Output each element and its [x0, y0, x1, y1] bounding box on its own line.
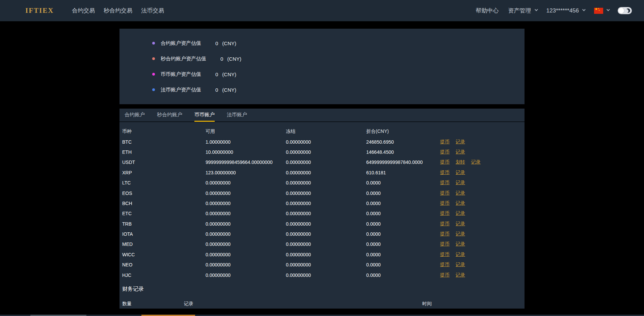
cell-available: 0.00000000: [206, 211, 286, 216]
cell-frozen: 0.00000000: [286, 211, 366, 216]
withdraw-link[interactable]: 提币: [440, 221, 450, 227]
footer-segment-gray: [30, 315, 86, 316]
logo-coin-icon: [15, 6, 24, 15]
theme-toggle[interactable]: [618, 7, 632, 14]
tab-2-active[interactable]: 币币账户: [194, 108, 215, 122]
record-link[interactable]: 记录: [456, 170, 465, 176]
transfer-link[interactable]: 划转: [456, 159, 465, 165]
withdraw-link[interactable]: 提币: [440, 210, 450, 217]
cell-frozen: 0.00000000: [286, 139, 366, 145]
summary-item: 币币账户资产估值 0 (CNY): [152, 66, 525, 82]
chevron-down-icon: [607, 8, 610, 11]
withdraw-link[interactable]: 提币: [440, 252, 450, 258]
nav-fiat-trade[interactable]: 法币交易: [141, 7, 164, 15]
assets-management-menu[interactable]: 资产管理: [508, 7, 537, 15]
record-link[interactable]: 记录: [456, 180, 465, 186]
cell-available: 0.00000000: [206, 180, 286, 185]
cell-frozen: 0.00000000: [286, 241, 366, 247]
record-link[interactable]: 记录: [456, 149, 465, 155]
cell-converted: 0.0000: [366, 262, 440, 267]
cell-actions: 提币记录: [440, 252, 525, 258]
record-link[interactable]: 记录: [456, 210, 465, 217]
cell-available: 99999999998459664.00000000: [206, 160, 286, 165]
col-time: 时间: [422, 301, 525, 307]
record-link[interactable]: 记录: [456, 241, 465, 247]
wallet-table-row: ETH 10.00000000 0.00000000 146648.4500 提…: [119, 147, 525, 157]
cell-coin: XRP: [122, 170, 206, 175]
wallet-table-row: TRB 0.00000000 0.00000000 0.0000 提币记录: [119, 219, 525, 229]
legend-dot-icon: [152, 42, 155, 45]
record-link[interactable]: 记录: [456, 262, 465, 268]
cell-available: 10.00000000: [206, 149, 286, 155]
cell-coin: WICC: [122, 252, 206, 257]
records-table-header: 数量 记录 时间: [119, 299, 525, 309]
cell-converted: 0.0000: [366, 221, 440, 227]
record-link[interactable]: 记录: [456, 221, 465, 227]
nav-contract-trade[interactable]: 合约交易: [72, 7, 95, 15]
help-center-link[interactable]: 帮助中心: [476, 7, 499, 15]
record-link[interactable]: 记录: [456, 200, 465, 206]
withdraw-link[interactable]: 提币: [440, 149, 450, 155]
wallet-rows: BTC 1.00000000 0.00000000 246850.6950 提币…: [119, 137, 525, 280]
cell-actions: 提币记录: [440, 210, 525, 217]
withdraw-link[interactable]: 提币: [440, 272, 450, 278]
language-menu[interactable]: ★ ★ ★: [594, 8, 609, 14]
cell-converted: 246850.6950: [366, 139, 440, 145]
account-menu[interactable]: 123******456: [546, 7, 585, 14]
col-frozen: 冻结: [286, 128, 366, 135]
cell-coin: MED: [122, 241, 206, 247]
wallet-table-row: ETC 0.00000000 0.00000000 0.0000 提币记录: [119, 208, 525, 219]
cell-coin: BCH: [122, 201, 206, 206]
summary-item: 秒合约账户资产估值 0 (CNY): [152, 51, 525, 66]
tab-3[interactable]: 法币账户: [227, 108, 247, 122]
withdraw-link[interactable]: 提币: [440, 241, 450, 247]
record-link[interactable]: 记录: [456, 252, 465, 258]
cell-actions: 提币划转记录: [440, 159, 525, 165]
summary-label: 法币账户资产估值: [161, 87, 201, 93]
withdraw-link[interactable]: 提币: [440, 262, 450, 268]
cell-available: 1.00000000: [206, 139, 286, 145]
legend-dot-icon: [152, 88, 155, 91]
withdraw-link[interactable]: 提币: [440, 159, 450, 165]
navbar-right: 帮助中心 资产管理 123******456 ★ ★ ★: [466, 7, 632, 15]
withdraw-link[interactable]: 提币: [440, 180, 450, 186]
record-link[interactable]: 记录: [456, 139, 465, 145]
withdraw-link[interactable]: 提币: [440, 231, 450, 237]
withdraw-link[interactable]: 提币: [440, 170, 450, 176]
record-link[interactable]: 记录: [456, 231, 465, 237]
wallet-table-row: BTC 1.00000000 0.00000000 246850.6950 提币…: [119, 137, 525, 147]
tab-1[interactable]: 秒合约账户: [157, 108, 182, 122]
logo[interactable]: IFTIEX: [15, 6, 54, 15]
tab-0[interactable]: 合约账户: [125, 108, 145, 122]
cell-available: 0.00000000: [206, 201, 286, 206]
record-link[interactable]: 记录: [471, 159, 481, 165]
summary-unit: (CNY): [222, 40, 236, 46]
nav-second-contract-trade[interactable]: 秒合约交易: [104, 7, 132, 15]
withdraw-link[interactable]: 提币: [440, 190, 450, 196]
cell-available: 0.00000000: [206, 272, 286, 278]
cell-actions: 提币记录: [440, 231, 525, 237]
accounts-panel: 合约账户秒合约账户币币账户法币账户 币种 可用 冻结 折合(CNY) BTC 1…: [119, 109, 525, 309]
withdraw-link[interactable]: 提币: [440, 139, 450, 145]
wallet-table-row: WICC 0.00000000 0.00000000 0.0000 提币记录: [119, 250, 525, 260]
cell-coin: LTC: [122, 180, 206, 185]
cell-converted: 0.0000: [366, 180, 440, 185]
cell-frozen: 0.00000000: [286, 180, 366, 185]
legend-dot-icon: [152, 57, 155, 60]
record-link[interactable]: 记录: [456, 190, 465, 196]
wallet-table-row: XRP 123.00000000 0.00000000 610.6181 提币记…: [119, 168, 525, 178]
record-link[interactable]: 记录: [456, 272, 465, 278]
cell-coin: ETH: [122, 149, 206, 155]
summary-unit: (CNY): [222, 87, 236, 93]
cell-available: 0.00000000: [206, 221, 286, 227]
cell-actions: 提币记录: [440, 241, 525, 247]
col-record: 记录: [184, 301, 422, 307]
cell-converted: 0.0000: [366, 231, 440, 237]
assets-management-label: 资产管理: [508, 7, 531, 15]
cell-frozen: 0.00000000: [286, 262, 366, 267]
wallet-table-row: LTC 0.00000000 0.00000000 0.0000 提币记录: [119, 178, 525, 188]
withdraw-link[interactable]: 提币: [440, 200, 450, 206]
wallet-table-row: MED 0.00000000 0.00000000 0.0000 提币记录: [119, 239, 525, 249]
cell-coin: BTC: [122, 139, 206, 145]
col-available: 可用: [206, 128, 286, 135]
